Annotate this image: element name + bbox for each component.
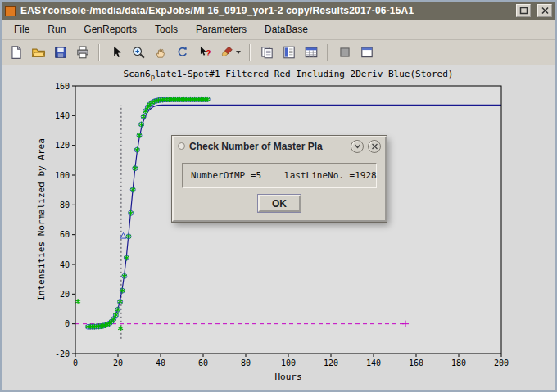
y-tick-label: 160 <box>55 82 70 91</box>
menu-parameters[interactable]: Parameters <box>187 21 256 38</box>
x-tick-label: 100 <box>281 358 296 367</box>
y-tick-label: 140 <box>55 111 70 120</box>
document-view-icon <box>282 45 297 60</box>
print-icon <box>75 45 90 60</box>
close-icon <box>370 142 379 151</box>
chevron-down-icon <box>353 142 362 151</box>
x-tick-label: 160 <box>409 358 423 367</box>
dialog-title: Check Number of Master Pla <box>189 141 346 152</box>
open-folder-icon <box>31 45 46 60</box>
svg-text:?: ? <box>206 49 211 58</box>
y-tick-label: 80 <box>60 201 70 210</box>
chart-title: Scan6plate1-Spot#1 Filtered Red Includin… <box>124 69 454 81</box>
report-button[interactable] <box>256 43 277 63</box>
zoom-in-icon <box>131 45 146 60</box>
table-grid-button[interactable] <box>301 43 321 63</box>
last-line-no-value: lastLineNo. =1928 <box>284 170 377 181</box>
y-tick-label: 0 <box>65 319 70 328</box>
chart-figure[interactable]: 020406080100120140160180200-200204060801… <box>2 65 555 392</box>
help-cursor-icon: ? <box>197 45 212 60</box>
y-axis-label: Intensities Normalized by Area <box>36 138 47 301</box>
brush-button[interactable] <box>216 43 243 63</box>
menu-database[interactable]: DataBase <box>256 21 317 38</box>
pan-hand-button[interactable] <box>150 43 170 63</box>
close-icon <box>541 7 550 15</box>
stop-button[interactable] <box>334 43 355 63</box>
help-cursor-button[interactable]: ? <box>194 43 215 63</box>
maximize-button[interactable] <box>516 4 531 17</box>
dialog-info-panel: NumberOfMP =5 lastLineNo. =1928 <box>182 163 377 188</box>
dialog-body: NumberOfMP =5 lastLineNo. =1928 OK <box>174 155 385 220</box>
ok-button[interactable]: OK <box>258 195 301 212</box>
x-tick-label: 200 <box>494 358 509 367</box>
window-layout-icon <box>360 45 374 60</box>
x-tick-label: 60 <box>198 358 208 367</box>
open-folder-button[interactable] <box>28 43 48 63</box>
select-cursor-icon <box>109 45 124 60</box>
save-button[interactable] <box>50 43 70 63</box>
toolbar-separator <box>327 44 328 61</box>
x-tick-label: 120 <box>324 358 338 367</box>
app-icon <box>5 6 16 16</box>
y-tick-label: 40 <box>60 260 70 269</box>
report-icon <box>260 45 274 60</box>
print-button[interactable] <box>72 43 93 63</box>
brush-icon <box>220 45 234 60</box>
x-axis-label: Hours <box>274 372 301 382</box>
x-tick-label: 40 <box>156 358 165 367</box>
maximize-icon <box>519 7 528 15</box>
menu-genreports[interactable]: GenReports <box>75 21 146 38</box>
app-window: EASYconsole-/media/data/ExpJobs/MI 16_09… <box>0 0 557 392</box>
y-tick-label: 100 <box>55 171 70 180</box>
save-icon <box>53 45 68 60</box>
stop-icon <box>337 45 352 60</box>
dialog-icon <box>178 142 185 150</box>
window-layout-button[interactable] <box>356 43 377 63</box>
x-tick-label: 180 <box>451 358 466 367</box>
table-grid-icon <box>304 45 319 60</box>
dropdown-arrow-icon <box>236 51 241 54</box>
dialog-titlebar[interactable]: Check Number of Master Pla <box>174 137 385 155</box>
dialog-close-button[interactable] <box>368 140 381 153</box>
menu-file[interactable]: File <box>5 21 38 38</box>
x-tick-label: 140 <box>366 358 381 367</box>
x-tick-label: 80 <box>241 358 251 367</box>
window-title: EASYconsole-/media/data/ExpJobs/MI 16_09… <box>20 5 509 16</box>
y-tick-label: 60 <box>60 230 70 239</box>
new-file-icon <box>9 45 24 60</box>
new-file-button[interactable] <box>6 43 26 63</box>
refresh-button[interactable] <box>172 43 192 63</box>
menu-tools[interactable]: Tools <box>146 21 187 38</box>
toolbar: ? <box>2 40 555 65</box>
y-tick-label: 20 <box>60 290 70 299</box>
chart[interactable]: 020406080100120140160180200-200204060801… <box>2 65 555 390</box>
y-tick-label: -20 <box>55 349 70 358</box>
pan-hand-icon <box>153 45 168 60</box>
y-tick-label: 120 <box>55 141 70 150</box>
toolbar-separator <box>249 44 251 61</box>
close-button[interactable] <box>537 4 552 17</box>
x-tick-label: 20 <box>113 358 123 367</box>
dialog-collapse-button[interactable] <box>351 140 364 153</box>
toolbar-separator <box>98 44 100 61</box>
select-cursor-button[interactable] <box>106 43 126 63</box>
menu-bar: FileRunGenReportsToolsParametersDataBase <box>2 20 555 40</box>
refresh-icon <box>175 45 190 60</box>
x-tick-label: 0 <box>73 358 78 367</box>
window-titlebar[interactable]: EASYconsole-/media/data/ExpJobs/MI 16_09… <box>2 2 555 20</box>
number-of-mp-value: NumberOfMP =5 <box>191 170 261 181</box>
zoom-in-button[interactable] <box>128 43 148 63</box>
menu-run[interactable]: Run <box>38 21 75 38</box>
document-view-button[interactable] <box>278 43 299 63</box>
dialog-check-number-of-master-plates: Check Number of Master Pla NumberOfMP =5… <box>172 136 387 222</box>
